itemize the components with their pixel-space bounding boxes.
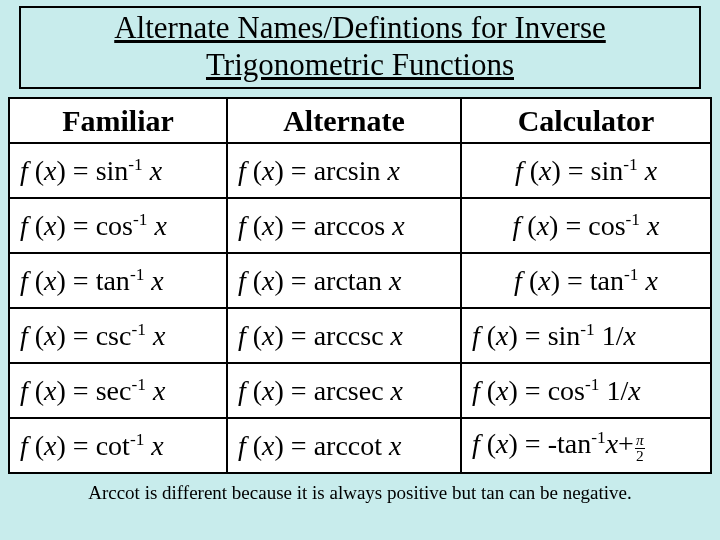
cell-calculator: f (x) = cos-1 x (461, 198, 711, 253)
table-header-row: Familiar Alternate Calculator (9, 98, 711, 143)
table-row: f (x) = cot-1 xf (x) = arccot xf (x) = -… (9, 418, 711, 473)
cell-calculator: f (x) = sin-1 1/x (461, 308, 711, 363)
cell-familiar: f (x) = sin-1 x (9, 143, 227, 198)
cell-alternate: f (x) = arctan x (227, 253, 461, 308)
table-row: f (x) = tan-1 xf (x) = arctan xf (x) = t… (9, 253, 711, 308)
cell-alternate: f (x) = arcsec x (227, 363, 461, 418)
cell-calculator: f (x) = cos-1 1/x (461, 363, 711, 418)
cell-familiar: f (x) = cos-1 x (9, 198, 227, 253)
cell-alternate: f (x) = arccsc x (227, 308, 461, 363)
cell-alternate: f (x) = arccos x (227, 198, 461, 253)
cell-familiar: f (x) = cot-1 x (9, 418, 227, 473)
header-alternate: Alternate (227, 98, 461, 143)
cell-alternate: f (x) = arccot x (227, 418, 461, 473)
table-row: f (x) = csc-1 xf (x) = arccsc xf (x) = s… (9, 308, 711, 363)
slide: Alternate Names/Defintions for Inverse T… (0, 6, 720, 540)
table-row: f (x) = cos-1 xf (x) = arccos xf (x) = c… (9, 198, 711, 253)
cell-familiar: f (x) = sec-1 x (9, 363, 227, 418)
cell-familiar: f (x) = csc-1 x (9, 308, 227, 363)
table-row: f (x) = sec-1 xf (x) = arcsec xf (x) = c… (9, 363, 711, 418)
footnote: Arccot is different because it is always… (10, 482, 710, 504)
table-row: f (x) = sin-1 xf (x) = arcsin xf (x) = s… (9, 143, 711, 198)
cell-calculator: f (x) = sin-1 x (461, 143, 711, 198)
header-familiar: Familiar (9, 98, 227, 143)
cell-alternate: f (x) = arcsin x (227, 143, 461, 198)
title-line-1: Alternate Names/Defintions for Inverse (29, 10, 691, 47)
cell-calculator: f (x) = -tan-1x+π2 (461, 418, 711, 473)
definitions-table: Familiar Alternate Calculator f (x) = si… (8, 97, 712, 474)
cell-familiar: f (x) = tan-1 x (9, 253, 227, 308)
title-line-2: Trigonometric Functions (29, 47, 691, 84)
cell-calculator: f (x) = tan-1 x (461, 253, 711, 308)
title-box: Alternate Names/Defintions for Inverse T… (19, 6, 701, 89)
header-calculator: Calculator (461, 98, 711, 143)
